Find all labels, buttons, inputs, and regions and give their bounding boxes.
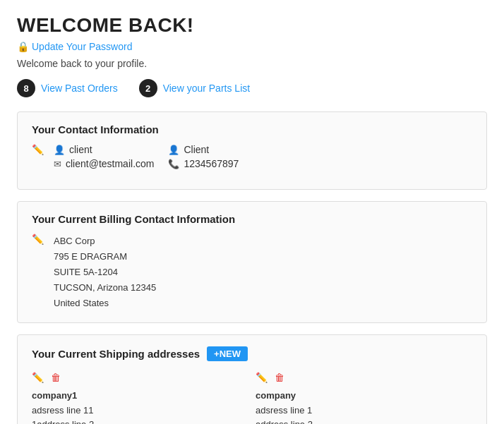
shipping-2-line1: adsress line 1 [256,404,472,418]
shipping-info-card: Your Current Shipping addresses +NEW ✏️ … [17,334,487,424]
quick-link-orders: 8 View Past Orders [17,79,118,97]
shipping-info-title: Your Current Shipping addresses [32,348,200,360]
billing-info-card: Your Current Billing Contact Information… [17,201,487,323]
lock-icon: 🔒 [17,41,29,52]
billing-line2: SUITE 5A-1204 [54,265,156,280]
contact-name: client [69,144,92,155]
orders-badge: 8 [17,79,35,97]
shipping-2-delete-icon[interactable]: 🗑 [275,370,284,385]
new-shipping-button[interactable]: +NEW [207,346,248,361]
contact-edit-icon[interactable]: ✏️ [32,144,44,155]
shipping-1-line1: adsress line 11 [32,404,248,418]
update-password-label: Update Your Password [32,41,132,52]
shipping-address-1-actions: ✏️ 🗑 [32,370,248,385]
shipping-2-edit-icon[interactable]: ✏️ [256,370,268,385]
contact-fullname: Client [184,144,209,155]
shipping-grid: ✏️ 🗑 company1 adsress line 11 1address l… [32,370,472,424]
email-icon: ✉ [54,159,61,169]
shipping-1-name: company1 [32,389,248,404]
contact-info-card: Your Contact Information ✏️ 👤 client ✉ c… [17,111,487,190]
billing-line1: 795 E DRAGRAM [54,249,156,265]
shipping-address-1: ✏️ 🗑 company1 adsress line 11 1address l… [32,370,248,424]
view-parts-list-link[interactable]: View your Parts List [163,83,250,94]
contact-info-title: Your Contact Information [32,123,472,135]
billing-edit-icon[interactable]: ✏️ [32,234,44,245]
billing-city-state-zip: TUCSON, Arizona 12345 [54,280,156,296]
billing-info-title: Your Current Billing Contact Information [32,213,472,225]
welcome-text: Welcome back to your profile. [17,58,487,69]
shipping-address-2: ✏️ 🗑 company adsress line 1 address line… [256,370,472,424]
contact-grid: 👤 client ✉ client@testmail.com 👤 Client … [54,144,269,172]
phone-icon: 📞 [168,159,179,169]
view-past-orders-link[interactable]: View Past Orders [41,83,118,94]
quick-link-parts: 2 View your Parts List [139,79,250,97]
page-title: WELCOME BACK! [17,14,487,37]
contact-email: client@testmail.com [66,158,154,169]
shipping-1-line2: 1address line 2 [32,418,248,424]
update-password-link[interactable]: 🔒 Update Your Password [17,41,132,52]
shipping-2-line2: address line 2 [256,418,472,424]
contact-phone: 1234567897 [184,158,239,169]
billing-company: ABC Corp [54,234,156,249]
shipping-section-header: Your Current Shipping addresses +NEW [32,346,472,361]
person-icon: 👤 [54,145,65,155]
person-icon-2: 👤 [168,145,179,155]
shipping-1-edit-icon[interactable]: ✏️ [32,370,44,385]
contact-fullname-row: 👤 Client [168,144,268,155]
quick-links: 8 View Past Orders 2 View your Parts Lis… [17,79,487,97]
parts-badge: 2 [139,79,157,97]
contact-phone-row: 📞 1234567897 [168,158,268,169]
shipping-address-2-actions: ✏️ 🗑 [256,370,472,385]
billing-address: ABC Corp 795 E DRAGRAM SUITE 5A-1204 TUC… [54,234,156,311]
billing-country: United States [54,296,156,311]
contact-email-row: ✉ client@testmail.com [54,158,154,169]
contact-name-row: 👤 client [54,144,154,155]
shipping-2-name: company [256,389,472,404]
shipping-1-delete-icon[interactable]: 🗑 [51,370,61,385]
